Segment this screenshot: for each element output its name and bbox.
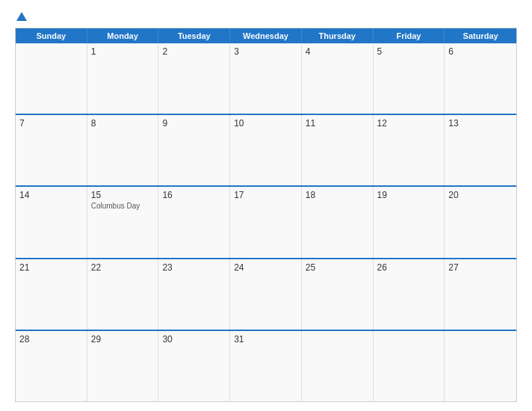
- day-number: 17: [234, 190, 297, 200]
- calendar-cell-1-5: 4: [302, 43, 374, 114]
- day-number: 8: [91, 118, 155, 129]
- day-number: 10: [234, 118, 297, 129]
- calendar-cell-5-2: 29: [87, 331, 159, 401]
- calendar-cell-2-4: 10: [230, 115, 302, 185]
- calendar-cell-3-1: 14: [16, 187, 87, 257]
- day-number: 2: [162, 46, 226, 57]
- calendar-cell-3-4: 17: [230, 187, 302, 257]
- weekday-header-saturday: Saturday: [445, 28, 516, 43]
- calendar-cell-4-1: 21: [16, 259, 87, 330]
- day-number: 11: [306, 118, 369, 129]
- calendar-cell-3-7: 20: [445, 187, 516, 257]
- calendar-cell-4-7: 27: [445, 259, 516, 330]
- day-number: 23: [162, 262, 226, 273]
- calendar-week-1: 123456: [16, 43, 516, 114]
- calendar-cell-4-2: 22: [87, 259, 159, 330]
- calendar-cell-5-3: 30: [158, 331, 230, 401]
- day-number: 13: [448, 118, 513, 129]
- calendar-cell-1-7: 6: [445, 43, 516, 114]
- calendar-week-4: 21222324252627: [16, 258, 516, 330]
- weekday-header-sunday: Sunday: [16, 28, 87, 43]
- calendar-cell-1-6: 5: [374, 43, 445, 114]
- weekday-header-friday: Friday: [374, 28, 445, 43]
- weekday-header-monday: Monday: [87, 28, 159, 43]
- calendar-page: SundayMondayTuesdayWednesdayThursdayFrid…: [0, 0, 532, 411]
- calendar-cell-3-6: 19: [374, 187, 445, 257]
- calendar-cell-1-3: 2: [158, 43, 230, 114]
- calendar-cell-3-3: 16: [158, 187, 230, 257]
- day-number: 26: [377, 262, 441, 273]
- logo: [15, 12, 27, 22]
- event-label: Columbus Day: [91, 202, 155, 210]
- calendar-week-3: 1415Columbus Day1617181920: [16, 185, 516, 257]
- header: [15, 12, 517, 22]
- calendar-cell-5-1: 28: [16, 331, 87, 401]
- day-number: 31: [234, 334, 297, 344]
- day-number: 19: [377, 190, 441, 200]
- day-number: 5: [377, 46, 441, 57]
- day-number: 12: [377, 118, 441, 129]
- weekday-header-tuesday: Tuesday: [158, 28, 230, 43]
- day-number: 16: [162, 190, 226, 200]
- day-number: 21: [19, 262, 83, 273]
- day-number: 27: [448, 262, 513, 273]
- day-number: 25: [306, 262, 369, 273]
- calendar-cell-4-5: 25: [302, 259, 374, 330]
- day-number: 3: [234, 46, 297, 57]
- day-number: 15: [91, 190, 155, 200]
- calendar-cell-2-6: 12: [374, 115, 445, 185]
- calendar-cell-4-4: 24: [230, 259, 302, 330]
- calendar-cell-4-3: 23: [158, 259, 230, 330]
- logo-triangle-icon: [16, 12, 27, 21]
- day-number: 20: [448, 190, 513, 200]
- calendar-cell-5-7: [445, 331, 516, 401]
- day-number: 29: [91, 334, 155, 344]
- day-number: 4: [306, 46, 369, 57]
- day-number: 7: [19, 118, 83, 129]
- calendar-grid: SundayMondayTuesdayWednesdayThursdayFrid…: [15, 28, 517, 402]
- calendar-cell-2-3: 9: [158, 115, 230, 185]
- calendar-cell-1-2: 1: [87, 43, 159, 114]
- day-number: 14: [19, 190, 83, 200]
- weekday-header-thursday: Thursday: [302, 28, 374, 43]
- calendar-body: 123456789101112131415Columbus Day1617181…: [16, 43, 516, 401]
- calendar-cell-2-1: 7: [16, 115, 87, 185]
- calendar-week-5: 28293031: [16, 330, 516, 401]
- calendar-cell-1-1: [16, 43, 87, 114]
- calendar-header: SundayMondayTuesdayWednesdayThursdayFrid…: [16, 28, 516, 43]
- calendar-cell-4-6: 26: [374, 259, 445, 330]
- calendar-cell-2-2: 8: [87, 115, 159, 185]
- calendar-cell-3-2: 15Columbus Day: [87, 187, 159, 257]
- calendar-cell-5-4: 31: [230, 331, 302, 401]
- day-number: 22: [91, 262, 155, 273]
- day-number: 1: [91, 46, 155, 57]
- day-number: 28: [19, 334, 83, 344]
- day-number: 9: [162, 118, 226, 129]
- calendar-cell-2-7: 13: [445, 115, 516, 185]
- day-number: 18: [306, 190, 369, 200]
- calendar-cell-3-5: 18: [302, 187, 374, 257]
- calendar-cell-5-6: [374, 331, 445, 401]
- calendar-cell-1-4: 3: [230, 43, 302, 114]
- day-number: 6: [448, 46, 513, 57]
- day-number: 30: [162, 334, 226, 344]
- weekday-header-wednesday: Wednesday: [230, 28, 302, 43]
- calendar-cell-2-5: 11: [302, 115, 374, 185]
- calendar-week-2: 78910111213: [16, 114, 516, 185]
- day-number: 24: [234, 262, 297, 273]
- calendar-cell-5-5: [302, 331, 374, 401]
